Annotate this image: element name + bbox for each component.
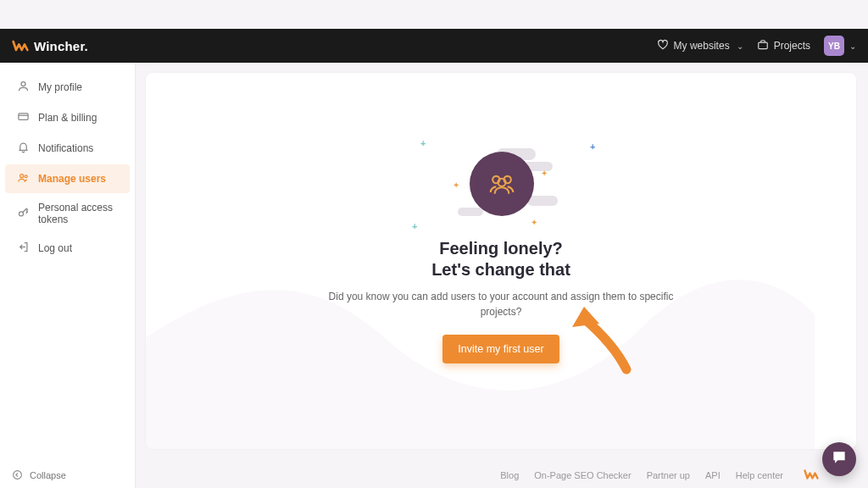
sidebar-item-notifications[interactable]: Notifications xyxy=(5,134,130,163)
empty-heading-line1: Feeling lonely? xyxy=(323,238,679,259)
collapse-icon xyxy=(12,469,23,482)
empty-heading-line2: Let's change that xyxy=(323,259,679,280)
svg-point-5 xyxy=(19,212,24,216)
plus-icon: + xyxy=(412,221,417,231)
brand-name: Wincher. xyxy=(34,39,88,53)
sidebar-item-manage-users[interactable]: Manage users xyxy=(5,164,130,193)
users-circle-icon xyxy=(470,152,534,216)
chat-icon xyxy=(831,449,848,469)
user-icon xyxy=(17,80,30,95)
collapse-sidebar-button[interactable]: Collapse xyxy=(0,463,136,488)
empty-subtext: Did you know you can add users to your a… xyxy=(323,289,679,319)
sidebar-item-label: Plan & billing xyxy=(38,112,97,124)
plus-icon: + xyxy=(590,141,595,152)
footer: Blog On-Page SEO Checker Partner up API … xyxy=(136,463,868,488)
svg-point-1 xyxy=(21,82,25,86)
sidebar-item-billing[interactable]: Plan & billing xyxy=(5,103,130,132)
svg-rect-0 xyxy=(758,42,767,49)
footer-link-help[interactable]: Help center xyxy=(736,470,783,480)
footer-link-partner[interactable]: Partner up xyxy=(647,470,690,480)
empty-state: + + + ✦ ✦ ✦ Feeling lonely? Let's change… xyxy=(323,143,679,363)
topbar: Wincher. My websites ⌄ Projects YB ⌄ xyxy=(0,29,868,63)
sidebar-item-logout[interactable]: Log out xyxy=(5,234,130,263)
sparkle-icon: ✦ xyxy=(541,169,548,178)
collapse-label: Collapse xyxy=(30,470,66,480)
key-icon xyxy=(17,206,30,221)
footer-link-seo-checker[interactable]: On-Page SEO Checker xyxy=(534,470,631,480)
chat-widget-button[interactable] xyxy=(822,442,856,476)
sidebar-item-label: Manage users xyxy=(38,173,106,185)
logout-icon xyxy=(17,241,30,256)
my-websites-link[interactable]: My websites ⌄ xyxy=(657,39,743,53)
card-icon xyxy=(17,110,30,125)
sidebar-item-profile[interactable]: My profile xyxy=(5,73,130,102)
sidebar: My profile Plan & billing Notifications … xyxy=(0,63,136,463)
footer-logo-icon xyxy=(804,467,819,484)
sparkle-icon: ✦ xyxy=(531,218,537,227)
sidebar-item-label: Log out xyxy=(38,242,72,254)
plus-icon: + xyxy=(420,138,426,148)
my-websites-label: My websites xyxy=(674,40,730,52)
svg-point-4 xyxy=(25,175,27,178)
svg-point-6 xyxy=(14,470,22,479)
footer-link-api[interactable]: API xyxy=(705,470,721,480)
briefcase-icon xyxy=(757,39,769,53)
sidebar-item-label: Notifications xyxy=(38,142,93,154)
sidebar-item-label: My profile xyxy=(38,81,82,93)
sidebar-item-tokens[interactable]: Personal access tokens xyxy=(5,195,130,232)
bell-icon xyxy=(17,141,30,156)
sidebar-item-label: Personal access tokens xyxy=(38,202,118,225)
logo-mark-icon xyxy=(12,37,29,54)
brand-logo[interactable]: Wincher. xyxy=(12,37,88,54)
svg-point-3 xyxy=(20,175,24,178)
svg-rect-2 xyxy=(19,114,28,120)
projects-label: Projects xyxy=(774,40,810,52)
chevron-down-icon: ⌄ xyxy=(849,42,856,51)
heart-icon xyxy=(657,39,669,53)
main-panel: + + + ✦ ✦ ✦ Feeling lonely? Let's change… xyxy=(146,73,856,449)
invite-first-user-button[interactable]: Invite my first user xyxy=(442,335,559,363)
users-icon xyxy=(17,171,30,186)
sparkle-icon: ✦ xyxy=(453,180,459,190)
avatar[interactable]: YB xyxy=(824,36,844,56)
projects-link[interactable]: Projects xyxy=(757,39,810,53)
chevron-down-icon: ⌄ xyxy=(737,42,743,51)
footer-link-blog[interactable]: Blog xyxy=(500,470,519,480)
empty-illustration: + + + ✦ ✦ ✦ xyxy=(446,143,556,228)
